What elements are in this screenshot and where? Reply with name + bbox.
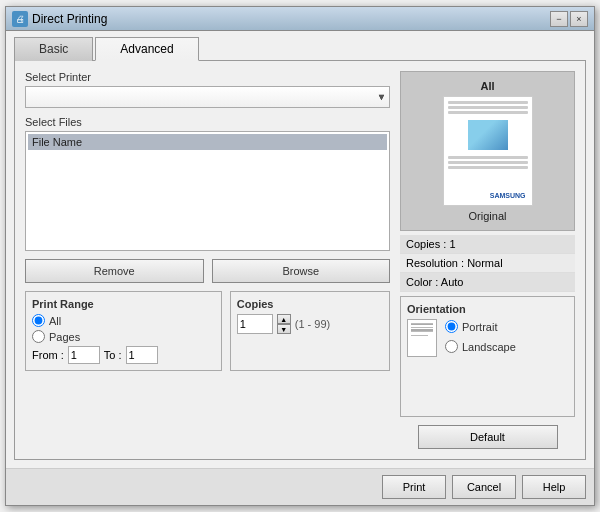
- samsung-logo: SAMSUNG: [490, 192, 526, 199]
- window-title: Direct Printing: [32, 12, 550, 26]
- print-range-label: Print Range: [32, 298, 215, 310]
- file-list-box[interactable]: File Name: [25, 131, 390, 251]
- radio-portrait-label: Portrait: [462, 321, 497, 333]
- default-button-row: Default: [400, 425, 575, 449]
- tab-advanced[interactable]: Advanced: [95, 37, 198, 61]
- info-rows: Copies : 1 Resolution : Normal Color : A…: [400, 235, 575, 292]
- preview-line: [448, 161, 528, 164]
- file-list-header: File Name: [28, 134, 387, 150]
- radio-pages[interactable]: [32, 330, 45, 343]
- preview-lines: [448, 101, 528, 201]
- radio-all-row: All: [32, 314, 215, 327]
- preview-line: [448, 111, 528, 114]
- printer-dropdown[interactable]: [25, 86, 390, 108]
- copies-label: Copies: [237, 298, 383, 310]
- radio-all-label: All: [49, 315, 61, 327]
- from-label: From :: [32, 349, 64, 361]
- preview-thumbnail: [468, 120, 508, 150]
- spin-up-button[interactable]: ▲: [277, 314, 291, 324]
- app-icon: 🖨: [12, 11, 28, 27]
- info-copies: Copies : 1: [400, 235, 575, 254]
- to-input[interactable]: [126, 346, 158, 364]
- preview-image: SAMSUNG: [443, 96, 533, 206]
- radio-landscape-label: Landscape: [462, 341, 516, 353]
- print-button[interactable]: Print: [382, 475, 446, 499]
- radio-all[interactable]: [32, 314, 45, 327]
- info-color: Color : Auto: [400, 273, 575, 292]
- preview-line: [448, 101, 528, 104]
- title-bar: 🖨 Direct Printing − ×: [6, 7, 594, 31]
- default-button[interactable]: Default: [418, 425, 558, 449]
- orientation-options: Portrait Landscape: [445, 320, 516, 356]
- orientation-label: Orientation: [407, 303, 568, 315]
- spin-buttons: ▲ ▼: [277, 314, 291, 334]
- minimize-button[interactable]: −: [550, 11, 568, 27]
- info-resolution: Resolution : Normal: [400, 254, 575, 273]
- remove-button[interactable]: Remove: [25, 259, 204, 283]
- from-input[interactable]: [68, 346, 100, 364]
- select-files-section: Select Files File Name: [25, 116, 390, 251]
- left-panel: Select Printer ▼ Select Files File Name: [25, 71, 390, 449]
- copies-input[interactable]: [237, 314, 273, 334]
- orientation-section: Orientation Portrait: [400, 296, 575, 417]
- tab-basic[interactable]: Basic: [14, 37, 93, 61]
- radio-landscape-row: Landscape: [445, 340, 516, 353]
- tab-content-area: Select Printer ▼ Select Files File Name: [14, 60, 586, 460]
- radio-portrait[interactable]: [445, 320, 458, 333]
- help-button[interactable]: Help: [522, 475, 586, 499]
- radio-portrait-row: Portrait: [445, 320, 516, 333]
- select-printer-label: Select Printer: [25, 71, 390, 83]
- copies-section: Copies ▲ ▼ (1 - 99): [230, 291, 390, 371]
- preview-line: [448, 166, 528, 169]
- original-label: Original: [469, 210, 507, 222]
- file-action-buttons: Remove Browse: [25, 259, 390, 283]
- portrait-icon: [407, 319, 437, 357]
- preview-label: All: [480, 80, 494, 92]
- orientation-inner: Portrait Landscape: [407, 319, 568, 357]
- radio-landscape[interactable]: [445, 340, 458, 353]
- browse-button[interactable]: Browse: [212, 259, 391, 283]
- radio-pages-row: Pages: [32, 330, 215, 343]
- window-content: Basic Advanced Select Printer ▼: [6, 31, 594, 468]
- preview-line: [448, 106, 528, 109]
- to-label: To :: [104, 349, 122, 361]
- spin-down-button[interactable]: ▼: [277, 324, 291, 334]
- main-window: 🖨 Direct Printing − × Basic Advanced Sel…: [5, 6, 595, 506]
- copies-range: (1 - 99): [295, 318, 330, 330]
- radio-pages-label: Pages: [49, 331, 80, 343]
- close-button[interactable]: ×: [570, 11, 588, 27]
- preview-box: All SAMSUNG Original: [400, 71, 575, 231]
- select-files-label: Select Files: [25, 116, 390, 128]
- bottom-section: Print Range All Pages From : To :: [25, 291, 390, 371]
- printer-dropdown-wrapper: ▼: [25, 86, 390, 108]
- action-bar: Print Cancel Help: [6, 468, 594, 505]
- right-panel: All SAMSUNG Original: [400, 71, 575, 449]
- from-to-row: From : To :: [32, 346, 215, 364]
- preview-line: [448, 156, 528, 159]
- window-controls: − ×: [550, 11, 588, 27]
- select-printer-section: Select Printer ▼: [25, 71, 390, 108]
- cancel-button[interactable]: Cancel: [452, 475, 516, 499]
- tab-bar: Basic Advanced: [14, 37, 586, 61]
- copies-input-row: ▲ ▼ (1 - 99): [237, 314, 383, 334]
- print-range-section: Print Range All Pages From : To :: [25, 291, 222, 371]
